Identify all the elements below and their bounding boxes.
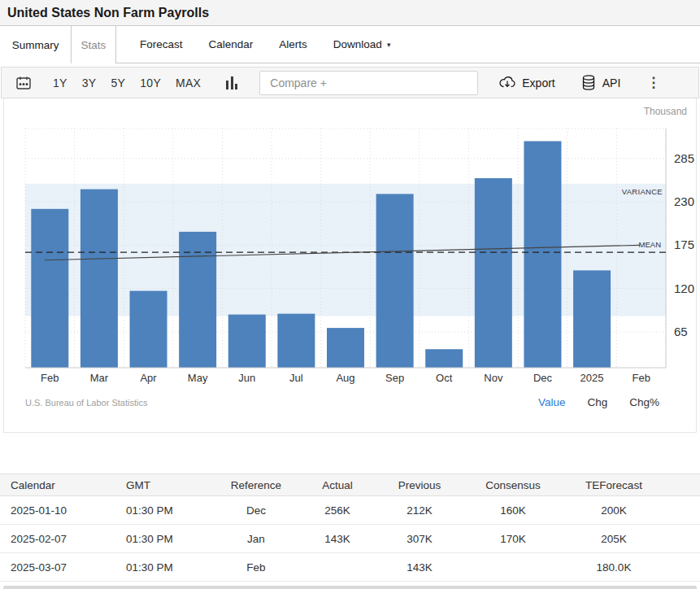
table-cell: 2025-03-07 (0, 553, 115, 582)
col-teforecast: TEForecast (561, 474, 667, 496)
compare-input[interactable] (259, 71, 478, 95)
tab-alerts[interactable]: Alerts (266, 26, 320, 63)
col-consensus: Consensus (465, 474, 561, 496)
calendar-icon[interactable] (15, 75, 32, 91)
x-label-nov: Nov (484, 372, 503, 384)
bar-apr (130, 291, 167, 368)
calendar-table-body: 2025-01-1001:30 PMDec256K212K160K200K202… (0, 496, 700, 582)
series-mode-links: Value Chg Chg% (538, 396, 659, 408)
table-cell: 170K (465, 525, 561, 553)
x-label-apr: Apr (140, 372, 157, 384)
mean-label: MEAN (639, 240, 662, 249)
x-label-may: May (188, 372, 208, 384)
bar-mar (80, 190, 118, 368)
table-row: 2025-02-0701:30 PMJan143K307K170K205K (0, 525, 700, 553)
bar-sep (376, 194, 414, 368)
bar-2025 (573, 270, 611, 368)
x-label-jun: Jun (238, 372, 255, 384)
export-button[interactable]: Export (498, 74, 554, 92)
database-icon (580, 74, 597, 91)
y-tick-label: 65 (674, 325, 688, 338)
bar-oct (425, 349, 463, 368)
range-5y[interactable]: 5Y (103, 76, 133, 89)
link-chg[interactable]: Chg (587, 396, 607, 408)
cloud-download-icon (498, 74, 516, 92)
x-label-feb: Feb (41, 372, 59, 384)
table-cell: Feb (211, 553, 301, 582)
col-reference: Reference (211, 474, 301, 496)
tab-summary[interactable]: Summary (0, 26, 72, 63)
table-cell: 143K (301, 525, 374, 553)
range-1y[interactable]: 1Y (46, 76, 75, 89)
chart-card: Thousand 65120175230285FebMarAprMayJunJu… (3, 98, 697, 433)
range-3y[interactable]: 3Y (75, 76, 104, 89)
calendar-table: Calendar GMT Reference Actual Previous C… (0, 473, 700, 582)
table-cell: 01:30 PM (115, 525, 211, 553)
api-button[interactable]: API (580, 74, 621, 91)
table-cell: 2025-02-07 (0, 525, 115, 553)
range-selector: 1Y 3Y 5Y 10Y MAX (46, 76, 208, 89)
x-label-oct: Oct (436, 372, 453, 384)
bar-feb (31, 209, 68, 368)
table-cell: 160K (465, 496, 561, 525)
next-section-divider (3, 586, 697, 589)
table-cell: 143K (374, 553, 465, 582)
table-row: 2025-01-1001:30 PMDec256K212K160K200K (0, 496, 700, 525)
source-attribution: U.S. Bureau of Labor Statistics (25, 398, 147, 408)
y-tick-label: 120 (674, 281, 694, 295)
table-header: Calendar GMT Reference Actual Previous C… (0, 474, 700, 496)
table-cell: 01:30 PM (115, 553, 211, 582)
chart-footer: U.S. Bureau of Labor Statistics Value Ch… (25, 396, 659, 408)
tab-label: Summary (12, 39, 59, 51)
link-value[interactable]: Value (538, 396, 566, 408)
caret-down-icon: ▾ (387, 41, 391, 49)
y-tick-label: 285 (674, 151, 694, 165)
table-cell: 2025-01-10 (0, 496, 115, 525)
bar-nov (475, 178, 512, 368)
tab-download[interactable]: Download ▾ (320, 26, 404, 63)
x-label-sep: Sep (385, 372, 404, 384)
page-title: United States Non Farm Payrolls (7, 6, 209, 20)
tab-label: Forecast (140, 38, 183, 50)
bar-jun (228, 315, 266, 368)
col-previous: Previous (374, 474, 465, 496)
tab-label: Download (333, 38, 382, 50)
table-cell (301, 553, 374, 582)
bar-aug (327, 328, 364, 368)
variance-band (25, 184, 666, 316)
range-max[interactable]: MAX (168, 76, 208, 89)
y-tick-label: 175 (674, 238, 694, 251)
chart-toolbar: 1Y 3Y 5Y 10Y MAX Export API ⋮ (1, 67, 699, 98)
x-label-2025: 2025 (580, 372, 604, 384)
payrolls-chart: 65120175230285FebMarAprMayJunJulAugSepOc… (4, 98, 698, 387)
link-chg-pct[interactable]: Chg% (629, 396, 659, 408)
table-cell: Dec (211, 496, 301, 525)
api-label: API (602, 76, 621, 89)
bar-jul (277, 314, 315, 368)
table-cell: 200K (561, 496, 667, 525)
table-cell: 307K (374, 525, 465, 553)
export-label: Export (522, 76, 554, 89)
y-tick-label: 230 (674, 194, 694, 208)
tab-calendar[interactable]: Calendar (196, 26, 267, 63)
kebab-menu-icon[interactable]: ⋮ (646, 76, 660, 89)
range-10y[interactable]: 10Y (133, 76, 168, 89)
table-cell: 205K (561, 525, 667, 553)
x-label-feb: Feb (632, 372, 650, 384)
tab-label: Calendar (209, 38, 254, 50)
bar-dec (524, 141, 561, 368)
tab-label: Alerts (279, 38, 307, 50)
tab-forecast[interactable]: Forecast (127, 26, 196, 63)
tab-stats[interactable]: Stats (72, 26, 116, 63)
x-label-aug: Aug (336, 372, 354, 384)
table-cell: Jan (211, 525, 301, 553)
bar-chart-icon[interactable] (226, 76, 237, 89)
x-label-jul: Jul (289, 372, 303, 384)
tab-bar: Summary Stats Forecast Calendar Alerts D… (0, 26, 700, 63)
x-label-dec: Dec (533, 372, 553, 384)
variance-label: VARIANCE (622, 187, 663, 196)
table-cell: 212K (374, 496, 465, 525)
table-row: 2025-03-0701:30 PMFeb143K180.0K (0, 553, 700, 582)
table-cell (465, 553, 561, 582)
calendar-table-section: Calendar GMT Reference Actual Previous C… (0, 473, 700, 582)
